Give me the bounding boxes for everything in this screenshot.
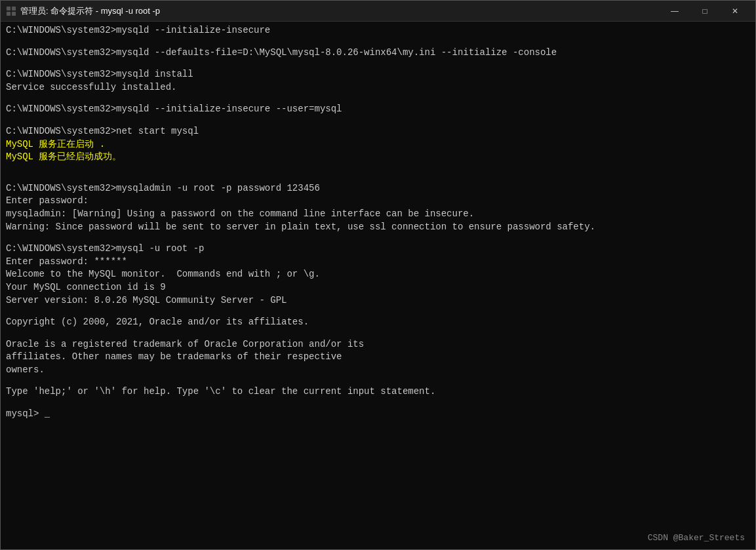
terminal-line: mysqladmin: [Warning] Using a password o… — [6, 208, 750, 221]
terminal-line: MySQL 服务已经启动成功。 — [6, 151, 750, 164]
terminal-line: owners. — [6, 364, 750, 377]
terminal-line: C:\WINDOWS\system32>mysqladmin -u root -… — [6, 182, 750, 195]
svg-rect-0 — [7, 7, 10, 10]
terminal-line: Your MySQL connection id is 9 — [6, 281, 750, 294]
terminal-line: mysql> _ — [6, 408, 750, 421]
svg-rect-2 — [7, 12, 10, 16]
watermark: CSDN @Baker_Streets — [648, 532, 745, 544]
terminal-line: Enter password: ****** — [6, 256, 750, 269]
terminal-line — [6, 173, 750, 182]
terminal-line — [6, 307, 750, 316]
window-icon — [6, 6, 16, 16]
terminal-line: Type 'help;' or '\h' for help. Type '\c'… — [6, 385, 750, 399]
title-bar-controls: — □ ✕ — [660, 1, 750, 22]
terminal-line — [6, 329, 750, 338]
terminal-line — [6, 94, 750, 103]
terminal-line: Welcome to the MySQL monitor. Commands e… — [6, 268, 750, 281]
terminal-line — [6, 116, 750, 125]
terminal-output: C:\WINDOWS\system32>mysqld --initialize-… — [6, 24, 750, 421]
terminal-line: Copyright (c) 2000, 2021, Oracle and/or … — [6, 316, 750, 329]
terminal-line: Oracle is a registered trademark of Orac… — [6, 338, 750, 351]
minimize-button[interactable]: — — [660, 1, 690, 22]
terminal-line: C:\WINDOWS\system32>mysql -u root -p — [6, 243, 750, 256]
terminal-line: C:\WINDOWS\system32>mysqld --initialize-… — [6, 24, 750, 37]
svg-rect-1 — [12, 7, 16, 10]
terminal-line: C:\WINDOWS\system32>mysqld --defaults-fi… — [6, 47, 750, 60]
terminal-line — [6, 399, 750, 408]
terminal-line — [6, 37, 750, 47]
svg-rect-3 — [12, 12, 16, 16]
terminal-line — [6, 376, 750, 385]
terminal-line: C:\WINDOWS\system32>net start mysql — [6, 125, 750, 138]
terminal-line — [6, 233, 750, 243]
terminal-line: Enter password: — [6, 195, 750, 208]
terminal-line: C:\WINDOWS\system32>mysqld --initialize-… — [6, 103, 750, 116]
terminal-body[interactable]: C:\WINDOWS\system32>mysqld --initialize-… — [1, 22, 755, 549]
title-bar: 管理员: 命令提示符 - mysql -u root -p — □ ✕ — [1, 1, 755, 22]
terminal-line: affiliates. Other names may be trademark… — [6, 351, 750, 364]
terminal-line: Server version: 8.0.26 MySQL Community S… — [6, 294, 750, 307]
terminal-line: Service successfully installed. — [6, 81, 750, 94]
close-button[interactable]: ✕ — [720, 1, 750, 22]
title-bar-text: 管理员: 命令提示符 - mysql -u root -p — [20, 5, 660, 17]
window: 管理员: 命令提示符 - mysql -u root -p — □ ✕ C:\W… — [0, 0, 756, 550]
terminal-line: MySQL 服务正在启动 . — [6, 138, 750, 151]
terminal-line — [6, 164, 750, 173]
terminal-line: Warning: Since password will be sent to … — [6, 221, 750, 234]
terminal-line: C:\WINDOWS\system32>mysqld install — [6, 68, 750, 81]
maximize-button[interactable]: □ — [690, 1, 720, 22]
terminal-line — [6, 59, 750, 68]
